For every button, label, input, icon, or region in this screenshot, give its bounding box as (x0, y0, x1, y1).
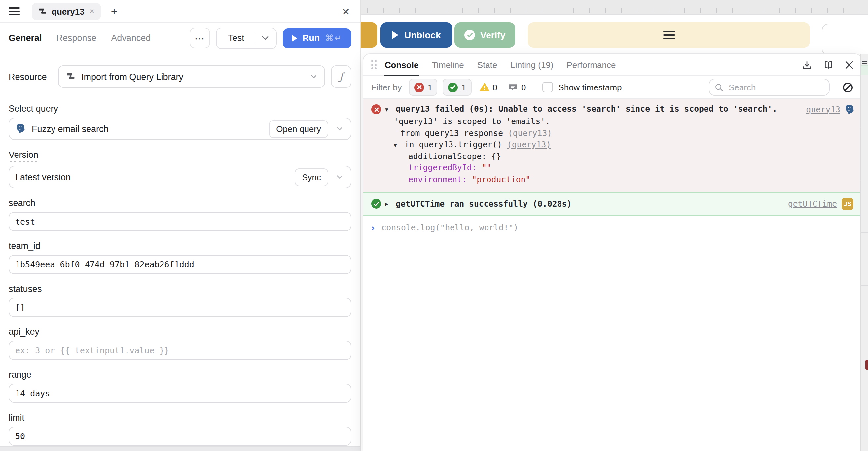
query-tab-label: query13 (52, 6, 85, 16)
gold-button-fragment[interactable] (361, 23, 377, 47)
error-prop: triggeredById: "" (408, 163, 854, 173)
filter-warnings[interactable]: 0 (476, 82, 500, 92)
error-prop: environment: "production" (408, 175, 854, 185)
filter-messages[interactable]: 0 (505, 82, 528, 92)
field-label: range (8, 370, 351, 380)
field-label: team_id (8, 241, 351, 251)
select-query-value: Fuzzy email search (32, 124, 263, 134)
collapse-caret-icon[interactable]: ▸ (385, 200, 392, 207)
run-button[interactable]: Run ⌘↵ (283, 28, 351, 48)
error-headline-row[interactable]: ▾ query13 failed (0s): Unable to access … (371, 104, 854, 114)
field-group-team-id: team_id (8, 241, 351, 274)
yellow-header-bar[interactable] (528, 23, 810, 47)
select-query-group: Select query Fuzzy email search Open que… (8, 104, 351, 140)
chevron-down-icon[interactable] (254, 36, 276, 40)
success-source-link[interactable]: getUTCTime (788, 199, 837, 208)
stack-query-link[interactable]: (query13) (507, 140, 551, 149)
tab-console[interactable]: Console (385, 54, 419, 75)
expand-caret-icon[interactable]: ▾ (394, 140, 400, 150)
tab-general[interactable]: General (8, 33, 42, 43)
console-success-entry[interactable]: ▸ getUTCTime ran successfully (0.028s) g… (363, 192, 861, 216)
error-stack-line: from query13 response (query13) (400, 128, 854, 138)
error-count: 1 (427, 82, 432, 92)
search-param-input[interactable] (8, 212, 351, 231)
field-label: limit (8, 413, 351, 423)
version-field[interactable]: Latest version Sync (8, 166, 351, 188)
resource-select-value: Import from Query Library (81, 72, 305, 82)
query-library-icon (66, 72, 75, 81)
filter-errors-chip[interactable]: 1 (409, 78, 437, 96)
console-search-input[interactable] (727, 82, 824, 93)
tab-performance[interactable]: Performance (567, 54, 616, 75)
error-source-link[interactable]: query13 (806, 105, 840, 115)
hamburger-icon[interactable] (663, 29, 675, 41)
verify-button[interactable]: Verify (455, 23, 515, 47)
field-label: search (8, 198, 351, 208)
tab-response[interactable]: Response (57, 33, 97, 43)
horizontal-scrollbar[interactable] (0, 446, 360, 451)
query-tab[interactable]: query13 × (32, 2, 101, 20)
field-label: statuses (8, 284, 351, 294)
console-search-box[interactable] (709, 78, 830, 96)
query-tab-bar: query13 × + ✕ (0, 0, 360, 23)
show-timestamp-checkbox[interactable] (542, 82, 553, 92)
range-input[interactable] (8, 384, 351, 403)
new-tab-button[interactable]: + (111, 6, 118, 17)
console-error-entry[interactable]: ▾ query13 failed (0s): Unable to access … (363, 99, 861, 192)
sliver-row (861, 65, 868, 75)
run-button-label: Run (303, 33, 320, 43)
error-prop: additionalScope: {} (408, 152, 854, 161)
js-icon: JS (842, 198, 854, 210)
resource-select[interactable]: Import from Query Library (58, 65, 325, 88)
close-panel-button[interactable]: ✕ (342, 6, 350, 16)
console-filter-row: Filter by 1 1 0 (363, 76, 861, 99)
right-panel-sliver (860, 54, 868, 451)
tab-state[interactable]: State (477, 54, 497, 75)
test-button-label[interactable]: Test (217, 33, 254, 43)
statuses-input[interactable] (8, 298, 351, 317)
open-book-icon[interactable] (823, 60, 834, 70)
message-count: 0 (521, 82, 526, 92)
expand-caret-icon[interactable]: ▾ (385, 104, 392, 114)
close-tab-icon[interactable]: × (90, 7, 94, 16)
error-source[interactable]: query13 (806, 104, 855, 115)
tab-timeline[interactable]: Timeline (432, 54, 464, 75)
stack-query-link[interactable]: (query13) (508, 128, 552, 138)
team-id-input[interactable] (8, 255, 351, 274)
unblock-button[interactable]: Unblock (380, 23, 453, 47)
fx-button[interactable]: ƒ (331, 65, 351, 88)
error-stack-line[interactable]: ▾ in query13.trigger() (query13) (394, 140, 854, 150)
more-options-button[interactable]: ⋯ (190, 28, 210, 48)
field-group-api-key: api_key (8, 327, 351, 360)
hamburger-icon (862, 58, 867, 65)
white-card-fragment (822, 24, 868, 56)
success-circle-icon (448, 82, 458, 92)
close-console-icon[interactable] (845, 60, 854, 69)
filter-success-chip[interactable]: 1 (443, 78, 471, 96)
console-prompt-row[interactable]: › console.log("hello, world!") (363, 216, 861, 240)
query-toolbar: General Response Advanced ⋯ Test Run ⌘↵ (0, 23, 360, 54)
check-circle-icon (464, 30, 475, 40)
warning-triangle-icon (479, 83, 489, 92)
limit-input[interactable] (8, 426, 351, 446)
select-query-field[interactable]: Fuzzy email search Open query (8, 118, 351, 140)
open-query-button[interactable]: Open query (269, 120, 328, 138)
sync-button[interactable]: Sync (294, 168, 328, 186)
field-label: api_key (8, 327, 351, 337)
chevron-down-icon[interactable] (334, 175, 345, 179)
api-key-input[interactable] (8, 341, 351, 360)
clear-console-icon[interactable] (842, 82, 854, 93)
tab-advanced[interactable]: Advanced (111, 33, 151, 43)
success-source[interactable]: getUTCTime JS (788, 198, 854, 210)
chevron-down-icon[interactable] (334, 127, 345, 131)
drag-handle-icon[interactable] (371, 60, 377, 69)
error-circle-icon (371, 104, 381, 114)
console-input-text[interactable]: console.log("hello, world!") (381, 223, 519, 232)
test-split-button[interactable]: Test (216, 27, 277, 49)
menu-icon[interactable] (8, 7, 20, 15)
download-icon[interactable] (802, 60, 812, 70)
resource-row: Resource Import from Query Library ƒ (8, 65, 351, 88)
select-query-label: Select query (8, 104, 351, 114)
tab-linting[interactable]: Linting (19) (510, 54, 553, 75)
error-headline: query13 failed (0s): Unable to access 's… (396, 104, 777, 114)
